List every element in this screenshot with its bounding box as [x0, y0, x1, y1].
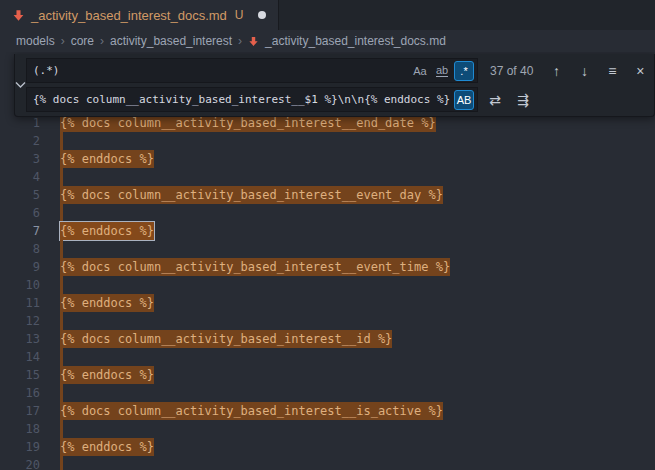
code-line[interactable]: 13{% docs column__activity_based_interes…: [0, 330, 655, 348]
line-number: 15: [0, 366, 40, 384]
editor[interactable]: 1{% docs column__activity_based_interest…: [0, 52, 655, 470]
line-number: 12: [0, 312, 40, 330]
breadcrumb-item-file[interactable]: _activity_based_interest_docs.md: [265, 34, 446, 48]
preserve-case-button[interactable]: AB: [454, 90, 474, 110]
line-content[interactable]: [40, 456, 63, 470]
line-number: 9: [0, 258, 40, 276]
code-line[interactable]: 18: [0, 420, 655, 438]
line-number: 10: [0, 276, 40, 294]
find-in-selection-icon[interactable]: ≡: [601, 60, 623, 82]
breadcrumb-separator: ›: [100, 34, 104, 48]
find-match-empty-line: [60, 384, 63, 402]
breadcrumb-separator: ›: [238, 34, 242, 48]
code-line[interactable]: 6: [0, 204, 655, 222]
line-number: 16: [0, 384, 40, 402]
chevron-down-icon: [15, 81, 26, 89]
next-match-icon[interactable]: ↓: [573, 60, 595, 82]
code-line[interactable]: 5{% docs column__activity_based_interest…: [0, 186, 655, 204]
replace-value: {% docs column__activity_based_interest_…: [33, 93, 452, 106]
find-input[interactable]: (.*) Aa ab .*: [26, 58, 478, 83]
breadcrumb-separator: ›: [61, 34, 65, 48]
find-match: {% docs column__activity_based_interest_…: [60, 258, 450, 276]
line-content[interactable]: [40, 420, 63, 438]
regex-button[interactable]: .*: [454, 61, 474, 81]
match-count: 37 of 40: [490, 64, 533, 78]
find-match-empty-line: [60, 312, 63, 330]
find-match: {% docs column__activity_based_interest_…: [60, 402, 443, 420]
code-line[interactable]: 19{% enddocs %}: [0, 438, 655, 456]
line-content[interactable]: [40, 168, 63, 186]
modified-dot[interactable]: [258, 11, 266, 19]
code-line[interactable]: 12: [0, 312, 655, 330]
line-number: 6: [0, 204, 40, 222]
code-line[interactable]: 17{% docs column__activity_based_interes…: [0, 402, 655, 420]
code-line[interactable]: 11{% enddocs %}: [0, 294, 655, 312]
line-number: 11: [0, 294, 40, 312]
code-line[interactable]: 7{% enddocs %}: [0, 222, 655, 240]
replace-icon[interactable]: ⇄: [484, 89, 506, 111]
whole-word-button[interactable]: ab: [432, 61, 452, 81]
replace-row: {% docs column__activity_based_interest_…: [26, 87, 651, 112]
find-match-empty-line: [60, 420, 63, 438]
code-line[interactable]: 14: [0, 348, 655, 366]
line-content[interactable]: {% docs column__activity_based_interest_…: [40, 186, 443, 204]
replace-all-icon[interactable]: ⇶: [512, 89, 534, 111]
breadcrumb-item-activity-based-interest[interactable]: activity_based_interest: [110, 34, 232, 48]
code-line[interactable]: 20: [0, 456, 655, 470]
code-line[interactable]: 9{% docs column__activity_based_interest…: [0, 258, 655, 276]
find-widget: (.*) Aa ab .* 37 of 40 ↑ ↓ ≡ × {% docs c…: [14, 54, 655, 117]
find-match: {% docs column__activity_based_interest_…: [60, 330, 392, 348]
find-match-empty-line: [60, 348, 63, 366]
line-number: 20: [0, 456, 40, 470]
code-line[interactable]: 8: [0, 240, 655, 258]
line-number: 18: [0, 420, 40, 438]
line-content[interactable]: {% enddocs %}: [40, 366, 154, 384]
breadcrumb-item-models[interactable]: models: [16, 34, 55, 48]
find-match-empty-line: [60, 168, 63, 186]
code-line[interactable]: 10: [0, 276, 655, 294]
find-match: {% enddocs %}: [60, 366, 154, 384]
find-match: {% docs column__activity_based_interest_…: [60, 186, 443, 204]
line-number: 7: [0, 222, 40, 240]
line-content[interactable]: {% enddocs %}: [40, 222, 154, 240]
line-content[interactable]: {% docs column__activity_based_interest_…: [40, 330, 392, 348]
find-match-empty-line: [60, 132, 63, 150]
tab-title: _activity_based_interest_docs.md: [31, 8, 227, 23]
line-content[interactable]: [40, 312, 63, 330]
find-match-empty-line: [60, 240, 63, 258]
line-content[interactable]: [40, 132, 63, 150]
match-case-button[interactable]: Aa: [410, 61, 430, 81]
code-line[interactable]: 16: [0, 384, 655, 402]
find-match-empty-line: [60, 204, 63, 222]
code-line[interactable]: 15{% enddocs %}: [0, 366, 655, 384]
line-content[interactable]: {% enddocs %}: [40, 438, 154, 456]
close-icon[interactable]: ×: [629, 60, 651, 82]
markdown-file-icon: [12, 9, 25, 22]
tab-bar: _activity_based_interest_docs.md U: [0, 0, 655, 30]
line-content[interactable]: [40, 240, 63, 258]
line-number: 2: [0, 132, 40, 150]
toggle-replace-button[interactable]: [15, 58, 26, 112]
tab-active[interactable]: _activity_based_interest_docs.md U: [0, 0, 279, 30]
replace-input[interactable]: {% docs column__activity_based_interest_…: [26, 87, 478, 112]
line-content[interactable]: [40, 384, 63, 402]
line-content[interactable]: [40, 204, 63, 222]
line-content[interactable]: {% enddocs %}: [40, 294, 154, 312]
breadcrumb-item-core[interactable]: core: [71, 34, 94, 48]
code-line[interactable]: 4: [0, 168, 655, 186]
find-match-empty-line: [60, 456, 63, 470]
code-line[interactable]: 2: [0, 132, 655, 150]
previous-match-icon[interactable]: ↑: [545, 60, 567, 82]
line-content[interactable]: [40, 348, 63, 366]
find-match-current: {% enddocs %}: [60, 222, 154, 240]
line-content[interactable]: {% docs column__activity_based_interest_…: [40, 258, 450, 276]
line-content[interactable]: {% enddocs %}: [40, 150, 154, 168]
line-number: 5: [0, 186, 40, 204]
line-number: 19: [0, 438, 40, 456]
find-query: (.*): [33, 64, 408, 77]
code-line[interactable]: 3{% enddocs %}: [0, 150, 655, 168]
line-content[interactable]: {% docs column__activity_based_interest_…: [40, 402, 443, 420]
find-row: (.*) Aa ab .* 37 of 40 ↑ ↓ ≡ ×: [26, 58, 651, 83]
vscode-window: _activity_based_interest_docs.md U model…: [0, 0, 655, 470]
line-content[interactable]: [40, 276, 63, 294]
